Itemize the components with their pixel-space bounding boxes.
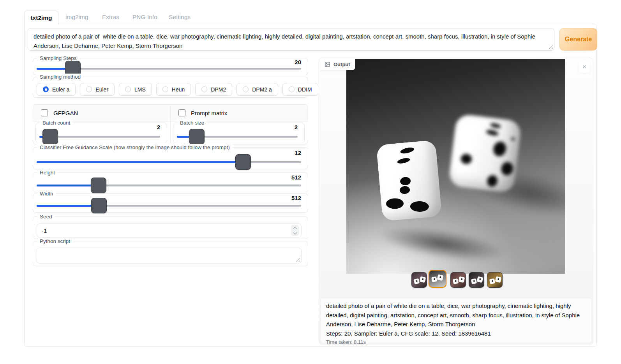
tab-img2img[interactable]: img2img: [65, 11, 88, 24]
sampler-option-label: DPM2: [211, 86, 226, 93]
sampler-option-label: Heun: [172, 86, 185, 93]
blurred-die: [448, 113, 522, 193]
batch-size-group: Batch size 2: [173, 123, 305, 143]
output-tab[interactable]: Output: [319, 58, 355, 70]
batch-count-group: Batch count 2: [35, 123, 167, 143]
height-slider[interactable]: [37, 182, 301, 189]
gallery-thumb-1[interactable]: [411, 272, 427, 288]
batch-size-value: 2: [295, 124, 298, 130]
sampler-option-euler-a[interactable]: Euler a: [37, 83, 76, 96]
tab-txt2img[interactable]: txt2img: [24, 11, 58, 25]
sampling-steps-group: Sampling Steps 20: [33, 58, 308, 75]
gallery-thumb-2-selected[interactable]: [429, 270, 446, 288]
die-shadow: [376, 220, 508, 268]
image-icon: [325, 62, 330, 67]
radio-icon: [125, 86, 131, 92]
batch-size-slider[interactable]: [177, 133, 298, 140]
batch-row: Batch count 2 Batch size 2: [33, 121, 308, 144]
close-button[interactable]: ×: [579, 61, 590, 73]
slider-thumb[interactable]: [189, 129, 205, 144]
slider-fill: [37, 205, 99, 207]
focused-die: [376, 140, 442, 222]
slider-thumb[interactable]: [235, 154, 251, 170]
batch-count-label: Batch count: [40, 120, 73, 126]
sampling-steps-slider[interactable]: [37, 65, 301, 72]
prompt-matrix-checkbox[interactable]: [178, 109, 185, 116]
sampler-option-dpm2[interactable]: DPM2: [195, 83, 232, 96]
sampler-option-label: Euler a: [52, 86, 69, 93]
chevron-up-icon: [293, 227, 297, 230]
radio-icon: [43, 86, 49, 92]
output-panel: Output ×: [319, 58, 593, 345]
sampler-option-heun[interactable]: Heun: [156, 83, 191, 96]
radio-icon: [243, 86, 249, 92]
sampler-option-label: LMS: [134, 86, 146, 93]
checkbox-row: GFPGAN Prompt matrix: [33, 105, 308, 121]
height-group: Height 512: [33, 172, 308, 192]
cfg-scale-value: 12: [295, 149, 301, 156]
gallery-thumb-5[interactable]: [487, 272, 503, 288]
python-script-label: Python script: [37, 238, 73, 244]
width-slider[interactable]: [37, 202, 301, 209]
generation-info: detailed photo of a pair of white die on…: [320, 298, 592, 343]
sampler-options: Euler a Euler LMS Heun DPM2 DPM2 a DDIM …: [37, 83, 359, 96]
cfg-scale-slider[interactable]: [37, 158, 301, 165]
sampler-option-dpm2-a[interactable]: DPM2 a: [236, 83, 278, 96]
generated-image[interactable]: [346, 59, 565, 274]
options-batch-panel: GFPGAN Prompt matrix Batch count 2: [33, 104, 308, 144]
gallery: [328, 275, 602, 294]
sampling-steps-value: 20: [295, 59, 301, 65]
height-value: 512: [291, 174, 301, 181]
tab-bar: txt2img img2img Extras PNG Info Settings: [24, 11, 597, 24]
python-script-group: Python script: [33, 241, 308, 266]
batch-count-slider[interactable]: [39, 133, 160, 140]
gfpgan-cell: GFPGAN: [33, 105, 170, 121]
radio-icon: [201, 86, 207, 92]
batch-count-value: 2: [157, 124, 160, 130]
seed-input[interactable]: [37, 223, 302, 237]
prompt-input[interactable]: detailed photo of a pair of white die on…: [28, 28, 554, 51]
caption-prompt: detailed photo of a pair of white die on…: [326, 301, 585, 329]
python-script-input[interactable]: [37, 248, 302, 264]
gfpgan-checkbox[interactable]: [41, 109, 48, 116]
python-script-wrap: [37, 248, 302, 264]
gallery-thumb-3[interactable]: [450, 272, 466, 288]
gfpgan-label: GFPGAN: [53, 110, 78, 116]
tab-png-info[interactable]: PNG Info: [132, 11, 157, 24]
caption-time-taken: Time taken: 8.11s: [326, 339, 585, 345]
width-value: 512: [291, 195, 301, 201]
cfg-scale-group: Classifier Free Guidance Scale (how stro…: [33, 147, 308, 169]
radio-icon: [162, 86, 168, 92]
slider-fill: [37, 185, 99, 186]
main-container: detailed photo of a pair of white die on…: [24, 24, 597, 347]
txt2img-app: txt2img img2img Extras PNG Info Settings…: [24, 11, 597, 346]
slider-thumb[interactable]: [91, 198, 107, 213]
batch-size-cell: Batch size 2: [170, 121, 308, 144]
height-label: Height: [37, 169, 58, 176]
tab-settings[interactable]: Settings: [169, 11, 191, 24]
sampler-option-euler[interactable]: Euler: [80, 83, 115, 96]
batch-size-label: Batch size: [177, 120, 207, 126]
prompt-matrix-cell: Prompt matrix: [170, 105, 308, 121]
tab-extras[interactable]: Extras: [102, 11, 119, 24]
radio-icon: [289, 86, 295, 92]
seed-group: Seed: [33, 216, 308, 239]
prompt-matrix-label: Prompt matrix: [191, 110, 227, 116]
slider-thumb[interactable]: [91, 178, 106, 193]
width-group: Width 512: [33, 193, 308, 213]
sampler-option-lms[interactable]: LMS: [119, 83, 152, 96]
gallery-thumb-4[interactable]: [469, 272, 484, 288]
caption-params: Steps: 20, Sampler: Euler a, CFG scale: …: [326, 329, 585, 338]
seed-input-wrap: [37, 223, 302, 237]
close-icon: ×: [582, 63, 586, 71]
radio-icon: [86, 86, 92, 92]
generate-button[interactable]: Generate: [559, 28, 597, 51]
sampling-method-group: Sampling method Euler a Euler LMS Heun D…: [33, 77, 308, 98]
sampler-option-label: DDIM: [298, 86, 312, 93]
seed-stepper[interactable]: [291, 225, 299, 236]
sampler-option-label: Euler: [95, 86, 108, 93]
chevron-down-icon: [293, 230, 297, 234]
output-tab-label: Output: [333, 62, 350, 67]
slider-thumb[interactable]: [42, 129, 58, 144]
sampler-option-ddim[interactable]: DDIM: [282, 83, 318, 96]
